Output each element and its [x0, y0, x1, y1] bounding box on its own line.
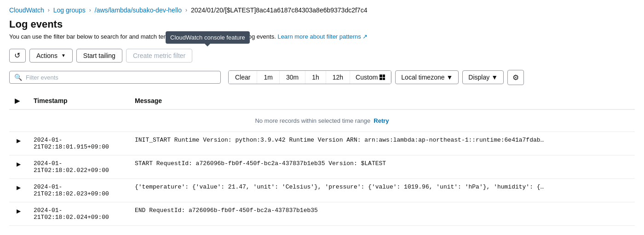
- breadcrumb-sep-1: ›: [48, 7, 50, 13]
- custom-label: Custom: [356, 74, 378, 81]
- display-label: Display: [468, 74, 489, 81]
- settings-button[interactable]: ⚙: [507, 70, 524, 85]
- col-header-expand: ▶: [9, 92, 28, 109]
- expand-button[interactable]: ▶: [15, 207, 23, 215]
- table-body: No more records within selected time ran…: [9, 109, 635, 226]
- row-timestamp: 2024-01-21T02:18:02.022+09:00: [28, 155, 129, 178]
- actions-label: Actions: [36, 52, 58, 59]
- col-header-timestamp: Timestamp: [28, 92, 129, 109]
- refresh-button[interactable]: ↺: [9, 49, 26, 63]
- row-expand-cell: ▶: [9, 132, 28, 155]
- table-row: ▶ 2024-01-21T02:18:02.024+09:00 END Requ…: [9, 202, 635, 225]
- row-message: START RequestId: a726096b-fb0f-450f-bc2a…: [129, 155, 635, 178]
- timezone-chevron-icon: ▼: [447, 74, 453, 81]
- time-12h-button[interactable]: 12h: [326, 71, 350, 84]
- expand-all-icon: ▶: [15, 97, 20, 104]
- no-records-text: No more records within selected time ran…: [255, 117, 370, 124]
- learn-more-link[interactable]: Learn more about filter patterns ↗: [277, 33, 368, 40]
- row-message: {'temperature': {'value': 21.47, 'unit':…: [129, 178, 635, 202]
- clear-button[interactable]: Clear: [229, 71, 257, 84]
- create-metric-filter-label: Create metric filter: [133, 52, 185, 59]
- log-table: ▶ Timestamp Message No more records with…: [9, 92, 635, 226]
- display-dropdown[interactable]: Display ▼: [462, 70, 504, 84]
- tooltip: CloudWatch console feature: [166, 31, 250, 44]
- main-content: Log events You can use the filter bar be…: [0, 18, 644, 235]
- retry-link[interactable]: Retry: [374, 117, 389, 124]
- expand-button[interactable]: ▶: [15, 160, 23, 168]
- row-timestamp: 2024-01-21T02:18:02.023+09:00: [28, 178, 129, 202]
- breadcrumb-log-groups[interactable]: Log groups: [53, 6, 86, 14]
- timezone-label: Local timezone: [401, 74, 444, 81]
- search-input[interactable]: [26, 74, 216, 81]
- search-container: 🔍: [9, 71, 221, 84]
- breadcrumb-sep-3: ›: [185, 7, 187, 13]
- no-records-cell: No more records within selected time ran…: [9, 109, 635, 132]
- row-expand-cell: ▶: [9, 202, 28, 225]
- refresh-icon: ↺: [14, 52, 20, 59]
- expand-button[interactable]: ▶: [15, 183, 23, 192]
- no-records-row: No more records within selected time ran…: [9, 109, 635, 132]
- actions-button[interactable]: Actions: [29, 49, 73, 63]
- filter-bar: 🔍 Clear 1m 30m 1h 12h Custom Local timez…: [9, 70, 635, 85]
- row-message: END RequestId: a726096b-fb0f-450f-bc2a-4…: [129, 202, 635, 225]
- page-title: Log events: [9, 18, 635, 30]
- start-tailing-label: Start tailing: [83, 52, 115, 59]
- expand-button[interactable]: ▶: [15, 137, 23, 145]
- search-icon: 🔍: [14, 74, 22, 81]
- breadcrumb-cloudwatch[interactable]: CloudWatch: [9, 6, 44, 14]
- time-1h-button[interactable]: 1h: [305, 71, 326, 84]
- timezone-dropdown[interactable]: Local timezone ▼: [395, 70, 459, 84]
- gear-icon: ⚙: [512, 74, 519, 81]
- time-controls: Clear 1m 30m 1h 12h Custom: [228, 70, 391, 84]
- page-description: You can use the filter bar below to sear…: [9, 32, 635, 41]
- col-header-message: Message: [129, 92, 635, 109]
- breadcrumb-stream: 2024/01/20/[$LATEST]8ac41a6187c84303a8e6…: [191, 6, 368, 14]
- custom-grid-icon: [380, 75, 385, 80]
- time-1m-button[interactable]: 1m: [257, 71, 279, 84]
- external-link-icon: ↗: [362, 33, 368, 40]
- time-30m-button[interactable]: 30m: [280, 71, 305, 84]
- custom-time-button[interactable]: Custom: [350, 71, 391, 84]
- toolbar: ↺ Actions Start tailing Create metric fi…: [9, 49, 635, 63]
- breadcrumb-lambda-group[interactable]: /aws/lambda/subako-dev-hello: [95, 6, 182, 14]
- row-expand-cell: ▶: [9, 178, 28, 202]
- create-metric-filter-button[interactable]: Create metric filter: [126, 49, 192, 63]
- display-chevron-icon: ▼: [491, 74, 498, 81]
- table-row: ▶ 2024-01-21T02:18:01.915+09:00 INIT_STA…: [9, 132, 635, 155]
- table-row: ▶ 2024-01-21T02:18:02.023+09:00 {'temper…: [9, 178, 635, 202]
- row-message: INIT_START Runtime Version: python:3.9.v…: [129, 132, 635, 155]
- row-timestamp: 2024-01-21T02:18:02.024+09:00: [28, 202, 129, 225]
- table-row: ▶ 2024-01-21T02:18:02.022+09:00 START Re…: [9, 155, 635, 178]
- breadcrumb-sep-2: ›: [89, 7, 91, 13]
- table-header: ▶ Timestamp Message: [9, 92, 635, 109]
- row-expand-cell: ▶: [9, 155, 28, 178]
- start-tailing-button[interactable]: Start tailing: [76, 49, 122, 63]
- breadcrumb: CloudWatch › Log groups › /aws/lambda/su…: [0, 0, 644, 18]
- row-timestamp: 2024-01-21T02:18:01.915+09:00: [28, 132, 129, 155]
